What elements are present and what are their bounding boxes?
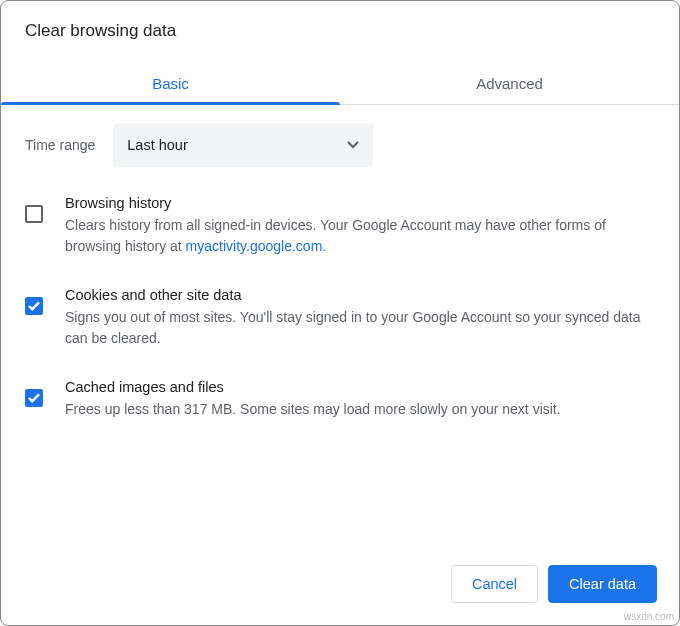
option-text: Browsing history Clears history from all…: [65, 195, 655, 257]
clear-browsing-data-dialog: Clear browsing data Basic Advanced Time …: [0, 0, 680, 626]
dialog-content: Time range Last hour Browsing history Cl…: [1, 105, 679, 547]
option-cookies: Cookies and other site data Signs you ou…: [25, 287, 655, 349]
option-description: Clears history from all signed-in device…: [65, 215, 655, 257]
checkbox-cookies[interactable]: [25, 297, 43, 315]
tab-basic[interactable]: Basic: [1, 61, 340, 104]
option-text: Cookies and other site data Signs you ou…: [65, 287, 655, 349]
option-title: Cookies and other site data: [65, 287, 655, 303]
tab-advanced[interactable]: Advanced: [340, 61, 679, 104]
myactivity-link[interactable]: myactivity.google.com: [186, 238, 323, 254]
checkbox-cache[interactable]: [25, 389, 43, 407]
tab-bar: Basic Advanced: [1, 61, 679, 105]
option-description: Signs you out of most sites. You'll stay…: [65, 307, 655, 349]
time-range-value: Last hour: [127, 137, 187, 153]
option-text: Cached images and files Frees up less th…: [65, 379, 655, 420]
option-browsing-history: Browsing history Clears history from all…: [25, 195, 655, 257]
dialog-footer: Cancel Clear data: [1, 547, 679, 625]
cancel-button[interactable]: Cancel: [451, 565, 538, 603]
checkbox-browsing-history[interactable]: [25, 205, 43, 223]
option-title: Browsing history: [65, 195, 655, 211]
time-range-row: Time range Last hour: [25, 123, 655, 167]
option-title: Cached images and files: [65, 379, 655, 395]
option-cache: Cached images and files Frees up less th…: [25, 379, 655, 420]
dialog-title: Clear browsing data: [25, 21, 655, 41]
clear-data-button[interactable]: Clear data: [548, 565, 657, 603]
dialog-header: Clear browsing data: [1, 1, 679, 49]
chevron-down-icon: [347, 141, 359, 149]
time-range-select[interactable]: Last hour: [113, 123, 373, 167]
time-range-label: Time range: [25, 137, 95, 153]
option-description: Frees up less than 317 MB. Some sites ma…: [65, 399, 655, 420]
watermark: wsxdn.com: [624, 611, 674, 622]
